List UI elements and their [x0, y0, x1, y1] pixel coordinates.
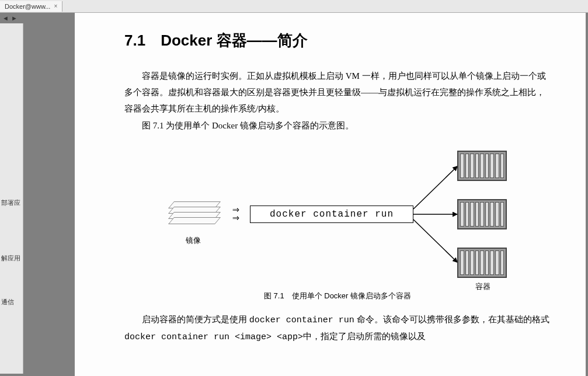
p3-text: 命令。该命令可以携带很多参数，在其基础的格式: [354, 315, 549, 324]
figure-caption: 图 7.1 使用单个 Docker 镜像启动多个容器: [124, 291, 551, 301]
sidebar-item-app[interactable]: 解应用: [1, 254, 22, 263]
paragraph-2: 图 7.1 为使用单个 Docker 镜像启动多个容器的示意图。: [124, 118, 551, 134]
document-page: 7.1 Docker 容器——简介 容器是镜像的运行时实例。正如从虚拟机模板上启…: [75, 13, 586, 376]
svg-line-2: [413, 220, 458, 263]
inline-code: docker container run <image> <app>: [124, 332, 303, 342]
page-gutter: [23, 13, 75, 376]
arrow-in-icon: ⇒: [232, 210, 239, 224]
svg-line-0: [413, 166, 458, 209]
sidebar: 部署应 解应用 通信: [0, 23, 23, 374]
container-icon: [457, 199, 507, 229]
paragraph-3: 启动容器的简便方式是使用 docker container run 命令。该命令…: [124, 312, 551, 346]
section-heading: 7.1 Docker 容器——简介: [124, 30, 551, 51]
tab-title: Docker@www...: [5, 3, 50, 10]
nav-right-icon[interactable]: ►: [11, 15, 18, 22]
nav-left-icon[interactable]: ◄: [2, 15, 9, 22]
nav-arrows: ◄ ►: [2, 15, 18, 22]
container-icon: [457, 248, 507, 278]
close-icon[interactable]: ×: [54, 3, 57, 9]
page-area: 7.1 Docker 容器——简介 容器是镜像的运行时实例。正如从虚拟机模板上启…: [23, 13, 588, 376]
p3-text: 启动容器的简便方式是使用: [142, 315, 249, 324]
document-tab[interactable]: Docker@www... ×: [0, 1, 62, 12]
sidebar-item-deploy[interactable]: 部署应: [1, 199, 22, 207]
p3-text: 中，指定了启动所需的镜像以及: [303, 332, 426, 341]
paragraph-1: 容器是镜像的运行时实例。正如从虚拟机模板上启动 VM 一样，用户也同样可以从单个…: [124, 68, 551, 117]
container-label: 容器: [475, 281, 490, 292]
tab-bar: Docker@www... ×: [0, 0, 588, 13]
inline-code: docker container run: [249, 315, 354, 325]
sidebar-item-comm[interactable]: 通信: [1, 298, 22, 307]
container-icon: [457, 151, 507, 181]
figure-7-1: 镜像 ⇒ ⇒ docker container run: [156, 145, 519, 285]
command-box: docker container run: [250, 206, 413, 223]
image-label: 镜像: [186, 235, 201, 246]
image-layers-icon: [171, 203, 218, 224]
